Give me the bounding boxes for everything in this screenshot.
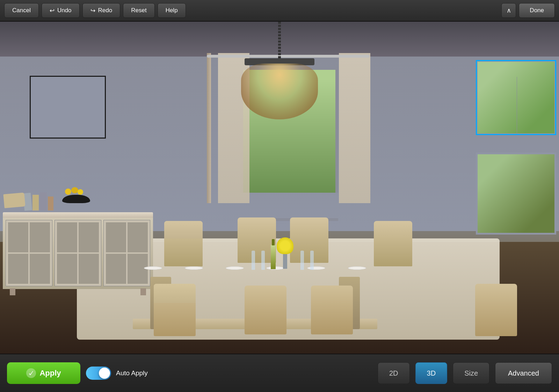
size-button[interactable]: Size [453,362,489,384]
chair-front-1 [154,284,196,336]
right-window-bottom [476,153,556,235]
chair-front-3 [311,286,353,334]
right-window-top [476,60,556,135]
chair-back-4 [374,221,412,266]
flower-vase [283,253,287,269]
auto-apply-label: Auto Apply [116,369,148,377]
chair-back-1 [164,221,203,266]
redo-button[interactable]: ↪ Redo [82,3,121,18]
apply-button[interactable]: Apply [7,362,80,384]
right-window-top-divider [517,77,517,134]
wine-bottle [271,245,276,269]
top-toolbar: Cancel ↩ Undo ↪ Redo Reset Help ∧ Done [0,0,559,22]
view-3d-button[interactable]: 3D [415,362,448,384]
curtain-rod [207,55,370,58]
auto-apply-toggle[interactable] [86,367,111,380]
chandelier-chain [278,22,281,60]
wine-glasses [252,251,265,270]
apply-icon [26,368,36,378]
undo-button[interactable]: ↩ Undo [42,3,80,18]
help-button[interactable]: Help [158,3,186,18]
reset-button[interactable]: Reset [123,3,154,18]
curtain-right [339,53,370,203]
view-2d-button[interactable]: 2D [378,362,410,384]
room-viewport[interactable] [0,22,559,354]
chair-front-2 [245,286,286,334]
redo-icon: ↪ [90,7,95,14]
done-button[interactable]: Done [519,3,555,18]
window-right-frame [335,67,338,193]
chair-front-4 [475,284,517,336]
chevron-up-icon: ∧ [507,7,511,14]
bottom-toolbar: Apply Auto Apply 2D 3D Size Advanced [0,354,559,392]
undo-icon: ↩ [50,7,55,14]
auto-apply-section: Auto Apply [86,367,148,380]
sideboard[interactable] [3,212,153,289]
collapse-button[interactable]: ∧ [501,3,516,18]
toggle-knob [99,368,110,379]
wine-glasses-right [300,251,314,270]
art-frame[interactable] [30,76,106,139]
room-scene [0,22,559,354]
curtain-left-edge [207,53,211,203]
advanced-button[interactable]: Advanced [495,362,552,384]
chandelier-body [241,64,318,119]
cancel-button[interactable]: Cancel [4,3,39,18]
